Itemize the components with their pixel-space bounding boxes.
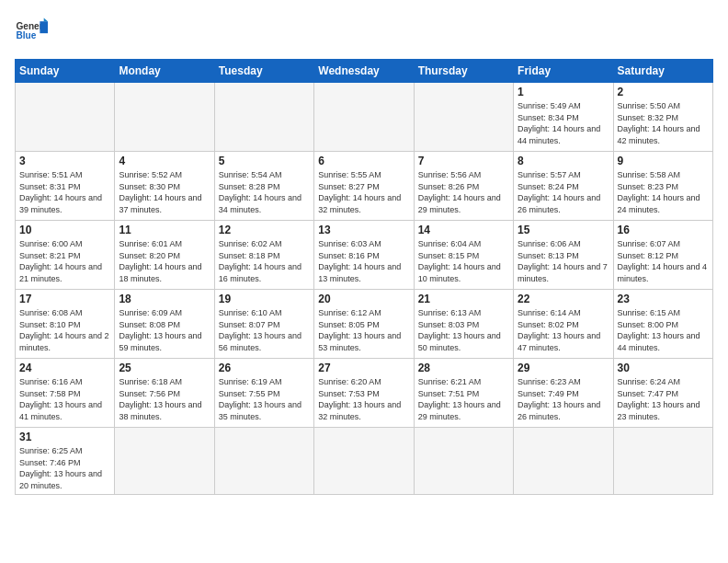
day-number: 28 — [418, 362, 509, 374]
day-info: Sunrise: 6:21 AM Sunset: 7:51 PM Dayligh… — [418, 376, 509, 422]
calendar-cell: 7Sunrise: 5:56 AM Sunset: 8:26 PM Daylig… — [414, 152, 513, 221]
day-number: 23 — [618, 293, 709, 305]
day-info: Sunrise: 6:06 AM Sunset: 8:13 PM Dayligh… — [518, 238, 609, 284]
day-number: 24 — [19, 362, 110, 374]
calendar-cell: 28Sunrise: 6:21 AM Sunset: 7:51 PM Dayli… — [414, 359, 513, 428]
calendar-week-row: 31Sunrise: 6:25 AM Sunset: 7:46 PM Dayli… — [16, 428, 713, 495]
day-info: Sunrise: 5:50 AM Sunset: 8:32 PM Dayligh… — [618, 100, 709, 146]
calendar-cell: 27Sunrise: 6:20 AM Sunset: 7:53 PM Dayli… — [314, 359, 414, 428]
day-number: 7 — [418, 155, 509, 167]
day-number: 9 — [618, 155, 709, 167]
day-info: Sunrise: 6:03 AM Sunset: 8:16 PM Dayligh… — [318, 238, 409, 284]
calendar-cell: 1Sunrise: 5:49 AM Sunset: 8:34 PM Daylig… — [514, 83, 613, 152]
day-info: Sunrise: 6:25 AM Sunset: 7:46 PM Dayligh… — [19, 445, 110, 491]
calendar-table: SundayMondayTuesdayWednesdayThursdayFrid… — [15, 59, 713, 495]
day-info: Sunrise: 6:08 AM Sunset: 8:10 PM Dayligh… — [19, 307, 110, 353]
calendar-cell: 5Sunrise: 5:54 AM Sunset: 8:28 PM Daylig… — [214, 152, 313, 221]
calendar-cell: 3Sunrise: 5:51 AM Sunset: 8:31 PM Daylig… — [16, 152, 115, 221]
day-info: Sunrise: 6:23 AM Sunset: 7:49 PM Dayligh… — [518, 376, 609, 422]
day-info: Sunrise: 6:13 AM Sunset: 8:03 PM Dayligh… — [418, 307, 509, 353]
calendar-body: 1Sunrise: 5:49 AM Sunset: 8:34 PM Daylig… — [16, 83, 713, 495]
day-info: Sunrise: 6:01 AM Sunset: 8:20 PM Dayligh… — [119, 238, 210, 284]
day-info: Sunrise: 5:51 AM Sunset: 8:31 PM Dayligh… — [19, 169, 110, 215]
calendar-cell — [314, 83, 414, 152]
calendar-week-row: 10Sunrise: 6:00 AM Sunset: 8:21 PM Dayli… — [16, 221, 713, 290]
day-number: 10 — [19, 224, 110, 236]
day-number: 5 — [219, 155, 310, 167]
day-number: 30 — [618, 362, 709, 374]
calendar-cell — [115, 83, 214, 152]
weekday-header-monday: Monday — [115, 60, 214, 83]
day-number: 20 — [318, 293, 409, 305]
day-number: 8 — [518, 155, 609, 167]
day-info: Sunrise: 5:58 AM Sunset: 8:23 PM Dayligh… — [618, 169, 709, 215]
day-info: Sunrise: 6:16 AM Sunset: 7:58 PM Dayligh… — [19, 376, 110, 422]
calendar-cell: 26Sunrise: 6:19 AM Sunset: 7:55 PM Dayli… — [214, 359, 313, 428]
calendar-cell: 21Sunrise: 6:13 AM Sunset: 8:03 PM Dayli… — [414, 290, 513, 359]
calendar-cell: 6Sunrise: 5:55 AM Sunset: 8:27 PM Daylig… — [314, 152, 414, 221]
day-number: 17 — [19, 293, 110, 305]
calendar-cell: 11Sunrise: 6:01 AM Sunset: 8:20 PM Dayli… — [115, 221, 214, 290]
weekday-header-thursday: Thursday — [414, 60, 513, 83]
day-number: 25 — [119, 362, 210, 374]
day-number: 18 — [119, 293, 210, 305]
calendar-cell: 23Sunrise: 6:15 AM Sunset: 8:00 PM Dayli… — [613, 290, 712, 359]
calendar-cell: 25Sunrise: 6:18 AM Sunset: 7:56 PM Dayli… — [115, 359, 214, 428]
weekday-header-wednesday: Wednesday — [314, 60, 414, 83]
day-number: 26 — [219, 362, 310, 374]
day-info: Sunrise: 6:19 AM Sunset: 7:55 PM Dayligh… — [219, 376, 310, 422]
day-info: Sunrise: 5:56 AM Sunset: 8:26 PM Dayligh… — [418, 169, 509, 215]
calendar-cell: 18Sunrise: 6:09 AM Sunset: 8:08 PM Dayli… — [115, 290, 214, 359]
calendar-cell: 4Sunrise: 5:52 AM Sunset: 8:30 PM Daylig… — [115, 152, 214, 221]
logo: General Blue — [15, 15, 48, 48]
calendar-cell — [115, 428, 214, 495]
day-number: 3 — [19, 155, 110, 167]
calendar-week-row: 24Sunrise: 6:16 AM Sunset: 7:58 PM Dayli… — [16, 359, 713, 428]
day-number: 1 — [518, 86, 609, 98]
day-info: Sunrise: 6:00 AM Sunset: 8:21 PM Dayligh… — [19, 238, 110, 284]
day-info: Sunrise: 6:15 AM Sunset: 8:00 PM Dayligh… — [618, 307, 709, 353]
day-info: Sunrise: 5:55 AM Sunset: 8:27 PM Dayligh… — [318, 169, 409, 215]
calendar-cell: 15Sunrise: 6:06 AM Sunset: 8:13 PM Dayli… — [514, 221, 613, 290]
day-info: Sunrise: 6:12 AM Sunset: 8:05 PM Dayligh… — [318, 307, 409, 353]
day-number: 15 — [518, 224, 609, 236]
day-info: Sunrise: 5:49 AM Sunset: 8:34 PM Dayligh… — [518, 100, 609, 146]
calendar-cell: 14Sunrise: 6:04 AM Sunset: 8:15 PM Dayli… — [414, 221, 513, 290]
day-number: 2 — [618, 86, 709, 98]
day-number: 11 — [119, 224, 210, 236]
calendar-cell: 30Sunrise: 6:24 AM Sunset: 7:47 PM Dayli… — [613, 359, 712, 428]
day-info: Sunrise: 6:09 AM Sunset: 8:08 PM Dayligh… — [119, 307, 210, 353]
calendar-header-row: SundayMondayTuesdayWednesdayThursdayFrid… — [16, 60, 713, 83]
calendar-cell: 16Sunrise: 6:07 AM Sunset: 8:12 PM Dayli… — [613, 221, 712, 290]
day-number: 22 — [518, 293, 609, 305]
calendar-cell: 20Sunrise: 6:12 AM Sunset: 8:05 PM Dayli… — [314, 290, 414, 359]
weekday-header-tuesday: Tuesday — [214, 60, 313, 83]
calendar-cell: 22Sunrise: 6:14 AM Sunset: 8:02 PM Dayli… — [514, 290, 613, 359]
logo-icon: General Blue — [15, 15, 48, 48]
calendar-cell: 12Sunrise: 6:02 AM Sunset: 8:18 PM Dayli… — [214, 221, 313, 290]
calendar-cell: 17Sunrise: 6:08 AM Sunset: 8:10 PM Dayli… — [16, 290, 115, 359]
calendar-cell: 31Sunrise: 6:25 AM Sunset: 7:46 PM Dayli… — [16, 428, 115, 495]
svg-marker-2 — [40, 21, 48, 33]
calendar-cell: 2Sunrise: 5:50 AM Sunset: 8:32 PM Daylig… — [613, 83, 712, 152]
weekday-header-sunday: Sunday — [16, 60, 115, 83]
day-number: 19 — [219, 293, 310, 305]
day-info: Sunrise: 6:20 AM Sunset: 7:53 PM Dayligh… — [318, 376, 409, 422]
calendar-cell: 9Sunrise: 5:58 AM Sunset: 8:23 PM Daylig… — [613, 152, 712, 221]
weekday-header-saturday: Saturday — [613, 60, 712, 83]
svg-text:Blue: Blue — [16, 30, 36, 40]
calendar-cell — [613, 428, 712, 495]
calendar-cell — [214, 428, 313, 495]
day-number: 16 — [618, 224, 709, 236]
day-number: 13 — [318, 224, 409, 236]
calendar-cell — [16, 83, 115, 152]
weekday-header-friday: Friday — [514, 60, 613, 83]
calendar-cell — [214, 83, 313, 152]
calendar-week-row: 3Sunrise: 5:51 AM Sunset: 8:31 PM Daylig… — [16, 152, 713, 221]
calendar-week-row: 1Sunrise: 5:49 AM Sunset: 8:34 PM Daylig… — [16, 83, 713, 152]
calendar-cell — [414, 428, 513, 495]
calendar-cell — [314, 428, 414, 495]
calendar-cell: 8Sunrise: 5:57 AM Sunset: 8:24 PM Daylig… — [514, 152, 613, 221]
calendar-cell: 19Sunrise: 6:10 AM Sunset: 8:07 PM Dayli… — [214, 290, 313, 359]
page-header: General Blue — [15, 15, 713, 48]
